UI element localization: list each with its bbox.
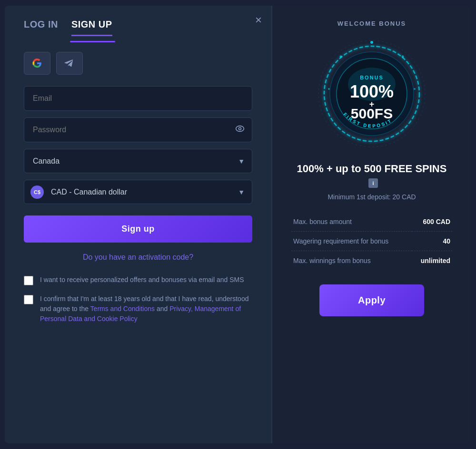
bonus-table-label: Max. winnings from bonus [291, 251, 412, 271]
min-deposit-text: Minimum 1st deposit: 20 CAD [327, 193, 416, 201]
google-button[interactable] [24, 52, 50, 75]
tab-bar: LOG IN SIGN UP [24, 6, 252, 36]
right-panel: WELCOME BONUS [272, 6, 471, 443]
activation-code-link[interactable]: Do you have an activation code? [24, 253, 252, 262]
svg-point-18 [328, 88, 330, 90]
email-input[interactable] [24, 86, 252, 111]
country-select[interactable]: Canada United States United Kingdom Aust… [24, 149, 252, 173]
currency-flag-icon: C$ [30, 185, 44, 199]
svg-text:100%: 100% [350, 82, 394, 101]
svg-point-15 [402, 56, 404, 58]
bonus-table: Max. bonus amount 600 CAD Wagering requi… [291, 212, 452, 270]
bonus-table-label: Wagering requirement for bonus [291, 232, 412, 251]
currency-wrapper: C$ CAD - Canadian dollar USD - US dollar… [24, 180, 252, 204]
social-buttons [24, 52, 252, 75]
bonus-table-value: 600 CAD [412, 212, 452, 232]
offers-checkbox-label: I want to receive personalized offers an… [40, 275, 244, 285]
svg-point-0 [236, 126, 244, 132]
currency-select[interactable]: CAD - Canadian dollar USD - US dollar EU… [24, 180, 252, 204]
show-password-icon[interactable] [235, 124, 245, 136]
tab-login[interactable]: LOG IN [24, 14, 58, 36]
terms-checkbox-label: I confirm that I'm at least 18 years old… [40, 294, 252, 324]
terms-link[interactable]: Terms and Conditions [90, 305, 155, 312]
close-button[interactable]: × [255, 14, 262, 26]
left-panel: LOG IN SIGN UP × [5, 6, 271, 443]
apply-button[interactable]: Apply [319, 284, 424, 316]
checkbox-row-offers: I want to receive personalized offers an… [24, 275, 252, 285]
bonus-table-row: Max. winnings from bonus unlimited [291, 251, 452, 271]
telegram-button[interactable] [56, 52, 83, 75]
bonus-table-label: Max. bonus amount [291, 212, 412, 232]
welcome-title: WELCOME BONUS [337, 20, 406, 27]
bonus-table-row: Max. bonus amount 600 CAD [291, 212, 452, 232]
bonus-table-value: unlimited [412, 251, 452, 271]
svg-point-16 [414, 88, 416, 90]
tab-signup[interactable]: SIGN UP [71, 14, 112, 36]
svg-point-14 [370, 41, 373, 44]
password-input[interactable] [24, 117, 252, 142]
bonus-circle-graphic: BONUS 100% + 500FS FIRST DEPOSIT [315, 37, 429, 151]
svg-text:BONUS: BONUS [360, 75, 384, 80]
country-wrapper: Canada United States United Kingdom Aust… [24, 149, 252, 173]
info-icon[interactable]: i [368, 178, 378, 188]
modal: LOG IN SIGN UP × [5, 6, 471, 443]
checkbox-row-terms: I confirm that I'm at least 18 years old… [24, 294, 252, 324]
bonus-table-value: 40 [412, 232, 452, 251]
terms-checkbox[interactable] [24, 295, 33, 304]
svg-text:500FS: 500FS [351, 106, 393, 121]
bonus-table-row: Wagering requirement for bonus 40 [291, 232, 452, 251]
svg-point-17 [340, 56, 342, 58]
bonus-headline: 100% + up to 500 FREE SPINS i [291, 162, 452, 189]
password-wrapper [24, 117, 252, 142]
svg-point-1 [239, 127, 241, 130]
signup-button[interactable]: Sign up [24, 215, 252, 243]
offers-checkbox[interactable] [24, 276, 33, 285]
